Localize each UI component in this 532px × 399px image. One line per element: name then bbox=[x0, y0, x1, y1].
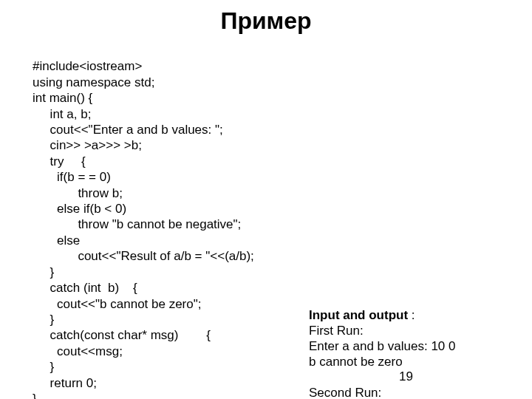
code-line: int a, b; bbox=[33, 107, 91, 121]
code-line: } bbox=[33, 265, 54, 279]
code-line: catch(const char* msg) { bbox=[33, 328, 211, 342]
code-line: else bbox=[33, 233, 80, 248]
code-line: using namespace std; bbox=[33, 75, 154, 89]
code-line: cout<<"b cannot be zero"; bbox=[33, 297, 202, 311]
output-line: Enter a and b values: 10 0 bbox=[309, 339, 455, 353]
code-line: try { bbox=[33, 154, 86, 168]
code-line: int main() { bbox=[33, 91, 92, 105]
page-number: 19 bbox=[399, 369, 413, 384]
output-line: b cannot be zero bbox=[309, 355, 403, 369]
slide-title: Пример bbox=[0, 7, 532, 35]
code-line: else if(b < 0) bbox=[33, 202, 126, 216]
code-line: } bbox=[33, 313, 54, 327]
code-line: throw "b cannot be negative"; bbox=[33, 217, 241, 231]
output-colon: : bbox=[408, 308, 415, 322]
code-line: cout<<msg; bbox=[33, 344, 123, 358]
output-line: First Run: bbox=[309, 324, 364, 338]
code-line: cout<<"Enter a and b values: "; bbox=[33, 123, 223, 137]
code-line: } bbox=[33, 392, 37, 399]
code-line: cin>> >a>>> >b; bbox=[33, 138, 142, 152]
code-line: #include<iostream> bbox=[33, 59, 142, 73]
code-line: cout<<"Result of a/b = "<<(a/b); bbox=[33, 249, 254, 263]
code-block: #include<iostream> using namespace std; … bbox=[33, 43, 254, 399]
code-line: catch (int b) { bbox=[33, 281, 137, 295]
code-line: return 0; bbox=[33, 376, 97, 390]
code-line: if(b = = 0) bbox=[33, 170, 111, 184]
output-block: Input and output : First Run: Enter a an… bbox=[309, 292, 460, 399]
code-line: throw b; bbox=[33, 186, 123, 200]
code-line: } bbox=[33, 360, 54, 374]
output-header: Input and output bbox=[309, 308, 408, 322]
output-line: Second Run: bbox=[309, 386, 381, 399]
